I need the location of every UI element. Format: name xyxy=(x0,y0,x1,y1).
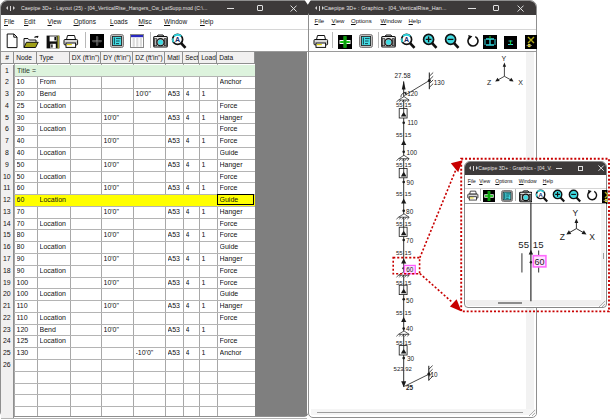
svg-text:A: A xyxy=(539,192,544,198)
svg-text:A: A xyxy=(175,36,180,43)
svg-text:A: A xyxy=(404,36,409,43)
